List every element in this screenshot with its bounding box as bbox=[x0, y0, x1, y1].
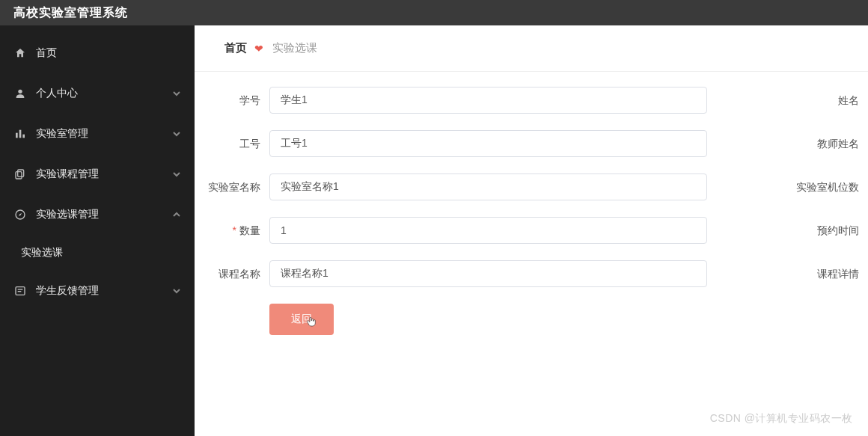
breadcrumb-home[interactable]: 首页 bbox=[224, 41, 247, 55]
sidebar-item-selection[interactable]: 实验选课管理 bbox=[0, 194, 195, 235]
sidebar-item-label: 首页 bbox=[36, 46, 57, 60]
sidebar-item-label: 实验选课管理 bbox=[36, 208, 99, 221]
svg-rect-5 bbox=[16, 172, 22, 179]
chevron-down-icon bbox=[172, 129, 181, 138]
sidebar-item-course[interactable]: 实验课程管理 bbox=[0, 154, 195, 194]
label-teacher-name: 教师姓名 bbox=[767, 130, 868, 150]
input-lab-name[interactable] bbox=[269, 174, 707, 200]
svg-marker-7 bbox=[19, 213, 22, 216]
sidebar-item-home[interactable]: 首页 bbox=[0, 33, 195, 73]
back-button-label: 返回 bbox=[291, 313, 312, 326]
svg-rect-4 bbox=[18, 170, 24, 176]
label-student-id: 学号 bbox=[195, 87, 269, 107]
input-quantity[interactable] bbox=[269, 217, 707, 244]
home-icon bbox=[13, 46, 27, 60]
compass-icon bbox=[13, 208, 27, 221]
label-course-detail: 课程详情 bbox=[767, 260, 868, 280]
label-seats: 实验室机位数 bbox=[767, 174, 868, 194]
back-button[interactable]: 返回 bbox=[269, 304, 334, 335]
sidebar-subitem-selection[interactable]: 实验选课 bbox=[0, 235, 195, 271]
chevron-down-icon bbox=[172, 170, 181, 179]
bar-chart-icon bbox=[13, 127, 27, 141]
user-icon bbox=[13, 87, 27, 100]
label-name: 姓名 bbox=[767, 87, 868, 107]
sidebar-item-label: 实验室管理 bbox=[36, 127, 88, 141]
label-quantity: 数量 bbox=[195, 217, 269, 237]
breadcrumb: 首页 ❤ 实验选课 bbox=[195, 25, 868, 72]
label-lab-name: 实验室名称 bbox=[195, 174, 269, 194]
copy-icon bbox=[13, 168, 27, 181]
svg-rect-3 bbox=[22, 135, 25, 138]
app-header: 高校实验室管理系统 bbox=[0, 0, 868, 25]
svg-point-0 bbox=[18, 90, 22, 93]
breadcrumb-current: 实验选课 bbox=[272, 41, 317, 55]
svg-rect-1 bbox=[16, 133, 18, 138]
input-staff-id[interactable] bbox=[269, 130, 707, 157]
label-booking-time: 预约时间 bbox=[767, 217, 868, 237]
label-course-name: 课程名称 bbox=[195, 260, 269, 280]
sidebar-item-label: 学生反馈管理 bbox=[36, 284, 99, 298]
chevron-down-icon bbox=[172, 89, 181, 98]
form: 学号 姓名 工号 教师姓名 实验室名称 实验室机位数 数量 预约时间 bbox=[195, 72, 868, 350]
sidebar-item-profile[interactable]: 个人中心 bbox=[0, 73, 195, 114]
main-content: 首页 ❤ 实验选课 学号 姓名 工号 教师姓名 实验室名称 实验室机位数 bbox=[195, 25, 868, 436]
svg-rect-2 bbox=[19, 130, 22, 138]
label-staff-id: 工号 bbox=[195, 130, 269, 150]
feedback-icon bbox=[13, 284, 27, 298]
input-student-id[interactable] bbox=[269, 87, 707, 114]
sidebar-item-lab[interactable]: 实验室管理 bbox=[0, 114, 195, 154]
sidebar-item-label: 个人中心 bbox=[36, 87, 78, 100]
watermark: CSDN @计算机专业码农一枚 bbox=[710, 412, 853, 426]
sidebar-item-feedback[interactable]: 学生反馈管理 bbox=[0, 271, 195, 311]
heart-icon: ❤ bbox=[254, 43, 263, 55]
chevron-down-icon bbox=[172, 286, 181, 295]
chevron-up-icon bbox=[172, 210, 181, 219]
input-course-name[interactable] bbox=[269, 260, 707, 287]
sidebar-item-label: 实验课程管理 bbox=[36, 168, 99, 181]
sidebar: 首页 个人中心 实验室管理 实验课程管理 bbox=[0, 25, 195, 436]
sidebar-subitem-label: 实验选课 bbox=[21, 246, 63, 260]
app-title: 高校实验室管理系统 bbox=[13, 5, 128, 21]
